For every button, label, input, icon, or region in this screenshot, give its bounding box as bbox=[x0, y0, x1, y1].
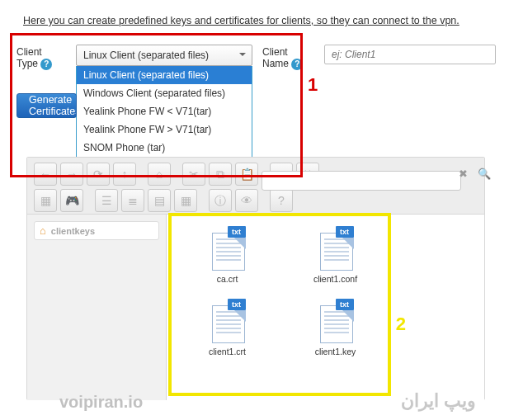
paste-icon: 📋 bbox=[240, 168, 254, 180]
forward-icon: → bbox=[66, 168, 78, 180]
clear-search-icon[interactable]: ✖ bbox=[459, 168, 468, 180]
help-icon[interactable]: ? bbox=[40, 59, 52, 70]
file-tree-sidebar: ⌂ clientkeys bbox=[27, 215, 167, 400]
file-search-input[interactable] bbox=[262, 171, 461, 191]
home-button[interactable]: ⌂ bbox=[148, 163, 171, 186]
client-type-option[interactable]: SNOM Phone (tar) bbox=[77, 139, 252, 157]
file-item[interactable]: txtclient1.key bbox=[290, 299, 381, 356]
list-button[interactable]: ≣ bbox=[121, 189, 144, 212]
icons-large-button[interactable]: ▦ bbox=[174, 189, 197, 212]
home-icon: ⌂ bbox=[40, 224, 46, 237]
select-all-button[interactable]: ▦ bbox=[34, 189, 57, 212]
up-icon: ↑ bbox=[122, 168, 128, 180]
file-name: client1.crt bbox=[209, 347, 246, 356]
tree-icon: ☰ bbox=[101, 195, 112, 206]
file-grid: 2 txtca.crttxtclient1.conftxtclient1.crt… bbox=[167, 215, 484, 400]
intro-text: Here you can create predefined keys and … bbox=[23, 15, 460, 26]
file-manager-toolbar: ←→⟳↑⌂✂⧉📋＋✖ ▦🎮☰≣▤▦ⓘ👁? 🔍 ✖ bbox=[27, 158, 484, 215]
client-type-label: Client Type ? bbox=[16, 46, 52, 70]
client-type-option[interactable]: Yealink Phone FW > V71(tar) bbox=[77, 120, 252, 139]
client-name-label: Client Name ? bbox=[262, 46, 303, 70]
file-name: ca.crt bbox=[217, 274, 238, 284]
client-type-select-display[interactable]: Linux Client (separated files) bbox=[76, 45, 252, 66]
help-icon: ? bbox=[278, 195, 285, 206]
client-type-option[interactable]: Linux Client (separated files) bbox=[77, 66, 252, 84]
annotation-label-1: 1 bbox=[308, 74, 318, 96]
search-icon: 🔍 bbox=[478, 168, 491, 180]
back-icon: ← bbox=[40, 168, 51, 180]
info-icon: ⓘ bbox=[214, 195, 226, 206]
generate-button[interactable]: Generate Certificates bbox=[16, 93, 77, 118]
file-icon: txt bbox=[210, 299, 246, 342]
file-icon: txt bbox=[318, 299, 354, 342]
help-button[interactable]: ? bbox=[270, 189, 293, 212]
paste-button[interactable]: 📋 bbox=[235, 163, 258, 186]
file-manager-body: ⌂ clientkeys 2 txtca.crttxtclient1.conft… bbox=[27, 215, 484, 400]
home-icon: ⌂ bbox=[156, 168, 163, 180]
icons-small-icon: ▤ bbox=[154, 195, 165, 206]
reload-button[interactable]: ⟳ bbox=[87, 163, 110, 186]
reload-icon: ⟳ bbox=[93, 168, 103, 180]
file-manager: ←→⟳↑⌂✂⧉📋＋✖ ▦🎮☰≣▤▦ⓘ👁? 🔍 ✖ ⌂ clientkeys 2 … bbox=[26, 157, 485, 400]
client-type-option[interactable]: Yealink Phone FW < V71(tar) bbox=[77, 102, 252, 120]
file-list: txtca.crttxtclient1.conftxtclient1.crttx… bbox=[167, 215, 396, 368]
preview-icon: 👁 bbox=[241, 195, 252, 206]
cut-icon: ✂ bbox=[189, 168, 199, 180]
file-name: client1.conf bbox=[313, 274, 357, 284]
select-all-icon: ▦ bbox=[40, 195, 51, 206]
icons-small-button[interactable]: ▤ bbox=[148, 189, 171, 212]
info-button[interactable]: ⓘ bbox=[209, 189, 232, 212]
copy-button[interactable]: ⧉ bbox=[209, 163, 232, 186]
back-button[interactable]: ← bbox=[34, 163, 57, 186]
toolbar-row-2: ▦🎮☰≣▤▦ⓘ👁? bbox=[34, 189, 293, 212]
preview-button[interactable]: 👁 bbox=[235, 189, 258, 212]
client-type-option[interactable]: Windows Client (separated files) bbox=[77, 84, 252, 102]
tree-button[interactable]: ☰ bbox=[95, 189, 118, 212]
icons-large-icon: ▦ bbox=[181, 195, 191, 206]
tree-root-label: clientkeys bbox=[51, 226, 95, 236]
tree-root-item[interactable]: ⌂ clientkeys bbox=[34, 221, 159, 240]
list-icon: ≣ bbox=[128, 195, 138, 206]
help-icon[interactable]: ? bbox=[291, 59, 303, 70]
file-icon: txt bbox=[318, 226, 354, 269]
file-item[interactable]: txtclient1.conf bbox=[290, 226, 381, 284]
forward-button[interactable]: → bbox=[60, 163, 83, 186]
file-item[interactable]: txtclient1.crt bbox=[181, 299, 273, 356]
client-name-input[interactable] bbox=[324, 45, 496, 64]
watermark-right: ویپ ایران bbox=[401, 390, 476, 412]
games-icon: 🎮 bbox=[65, 195, 79, 206]
cut-button[interactable]: ✂ bbox=[182, 163, 205, 186]
file-name: client1.key bbox=[315, 347, 356, 356]
up-button[interactable]: ↑ bbox=[113, 163, 136, 186]
file-icon: txt bbox=[210, 226, 246, 269]
page-root: Here you can create predefined keys and … bbox=[0, 0, 509, 420]
games-button[interactable]: 🎮 bbox=[60, 189, 83, 212]
annotation-label-2: 2 bbox=[396, 314, 406, 335]
copy-icon: ⧉ bbox=[216, 168, 224, 180]
file-item[interactable]: txtca.crt bbox=[181, 226, 273, 284]
watermark-left: voipiran.io bbox=[59, 393, 143, 412]
